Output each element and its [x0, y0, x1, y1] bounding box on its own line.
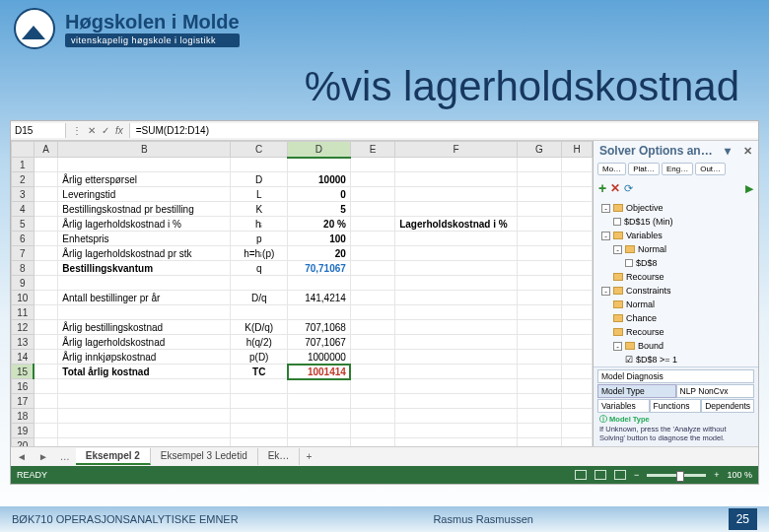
- cell[interactable]: [288, 379, 351, 394]
- cell[interactable]: [58, 394, 231, 409]
- row-header[interactable]: 12: [12, 320, 35, 335]
- cell[interactable]: [395, 172, 518, 187]
- cell[interactable]: [231, 305, 288, 320]
- sheet-tab[interactable]: Eksempel 2: [76, 448, 151, 465]
- tree-node[interactable]: $D$15 (Min): [597, 215, 754, 229]
- cell[interactable]: [395, 261, 518, 276]
- cell[interactable]: Årlig lagerholdskostnad pr stk: [58, 246, 231, 261]
- col-header[interactable]: H: [562, 142, 593, 158]
- col-header[interactable]: E: [350, 142, 394, 158]
- cell[interactable]: [395, 365, 518, 379]
- diag-subtab[interactable]: Variables: [597, 399, 650, 413]
- cell[interactable]: [350, 320, 394, 335]
- cell[interactable]: [350, 172, 394, 187]
- cell[interactable]: [288, 305, 351, 320]
- cell[interactable]: [34, 158, 58, 172]
- cell[interactable]: [58, 379, 231, 394]
- cell[interactable]: [517, 305, 561, 320]
- cell[interactable]: [350, 394, 394, 409]
- cell[interactable]: [562, 276, 593, 291]
- delete-icon[interactable]: ✕: [610, 181, 620, 195]
- cell[interactable]: [350, 409, 394, 424]
- cell[interactable]: [562, 291, 593, 305]
- cell[interactable]: [395, 202, 518, 217]
- cell[interactable]: [58, 438, 231, 447]
- cell[interactable]: [350, 305, 394, 320]
- sheet-tab[interactable]: Ek…: [258, 448, 301, 465]
- cell[interactable]: [231, 379, 288, 394]
- row-header[interactable]: 19: [12, 424, 35, 438]
- tree-node[interactable]: -Constraints: [597, 284, 754, 298]
- cell[interactable]: [395, 232, 518, 246]
- cell[interactable]: [517, 335, 561, 350]
- refresh-icon[interactable]: ⟳: [624, 182, 633, 195]
- view-break-icon[interactable]: [614, 470, 626, 480]
- cell[interactable]: Antall bestillinger pr år: [58, 291, 231, 305]
- cell[interactable]: [395, 438, 518, 447]
- col-header[interactable]: D: [288, 142, 351, 158]
- fx-icon[interactable]: fx: [115, 125, 123, 136]
- cell[interactable]: [562, 187, 593, 202]
- pin-icon[interactable]: ▾: [725, 144, 731, 158]
- zoom-slider[interactable]: [647, 474, 706, 477]
- cell[interactable]: [395, 246, 518, 261]
- row-header[interactable]: 3: [12, 187, 35, 202]
- row-header[interactable]: 5: [12, 217, 35, 232]
- cell[interactable]: [288, 409, 351, 424]
- cell[interactable]: [517, 217, 561, 232]
- cell[interactable]: Enhetspris: [58, 232, 231, 246]
- tree-node[interactable]: -Normal: [597, 242, 754, 256]
- zoom-level[interactable]: 100 %: [727, 470, 752, 480]
- cell[interactable]: [350, 365, 394, 379]
- cell[interactable]: Årlig lagerholdskostnad: [58, 335, 231, 350]
- cell[interactable]: [395, 276, 518, 291]
- cell[interactable]: [288, 438, 351, 447]
- dropdown-icon[interactable]: ⋮: [72, 125, 82, 136]
- tab-menu-icon[interactable]: …: [54, 451, 76, 462]
- new-sheet-icon[interactable]: +: [300, 451, 317, 462]
- tab-nav-prev-icon[interactable]: ◄: [11, 451, 33, 462]
- cell[interactable]: [34, 261, 58, 276]
- cell[interactable]: 141,4214: [288, 291, 351, 305]
- cell[interactable]: [562, 394, 593, 409]
- cell[interactable]: Total årlig kostnad: [58, 365, 231, 379]
- cell[interactable]: [58, 305, 231, 320]
- cell[interactable]: 707,1067: [288, 335, 351, 350]
- cell[interactable]: [517, 202, 561, 217]
- diag-subtab[interactable]: Dependents: [701, 399, 754, 413]
- cell[interactable]: [350, 202, 394, 217]
- tree-node[interactable]: Chance: [597, 311, 754, 325]
- close-icon[interactable]: ✕: [743, 145, 752, 158]
- cell[interactable]: h(q/2): [231, 335, 288, 350]
- cell[interactable]: TC: [231, 365, 288, 379]
- cell[interactable]: [562, 320, 593, 335]
- cell[interactable]: [231, 394, 288, 409]
- cell[interactable]: [288, 158, 351, 172]
- row-header[interactable]: 2: [12, 172, 35, 187]
- tab-nav-next-icon[interactable]: ►: [33, 451, 54, 462]
- col-header[interactable]: C: [231, 142, 288, 158]
- cell[interactable]: L: [231, 187, 288, 202]
- cell[interactable]: [34, 202, 58, 217]
- cell[interactable]: [350, 261, 394, 276]
- col-header[interactable]: A: [34, 142, 58, 158]
- cell[interactable]: [34, 365, 58, 379]
- cell[interactable]: [562, 202, 593, 217]
- cell[interactable]: [34, 172, 58, 187]
- cell[interactable]: [58, 424, 231, 438]
- col-header[interactable]: G: [517, 142, 561, 158]
- cell[interactable]: 5: [288, 202, 351, 217]
- cell[interactable]: [517, 158, 561, 172]
- cell[interactable]: Bestillingskvantum: [58, 261, 231, 276]
- cell[interactable]: Bestillingskostnad pr bestilling: [58, 202, 231, 217]
- cell[interactable]: [58, 409, 231, 424]
- cell[interactable]: [517, 409, 561, 424]
- row-header[interactable]: 10: [12, 291, 35, 305]
- cell[interactable]: [562, 335, 593, 350]
- tree-node[interactable]: -Variables: [597, 229, 754, 242]
- tree-node[interactable]: -Objective: [597, 201, 754, 215]
- cell[interactable]: [350, 246, 394, 261]
- cell[interactable]: [395, 335, 518, 350]
- cell[interactable]: [562, 305, 593, 320]
- cell[interactable]: Årlig innkjøpskostnad: [58, 350, 231, 365]
